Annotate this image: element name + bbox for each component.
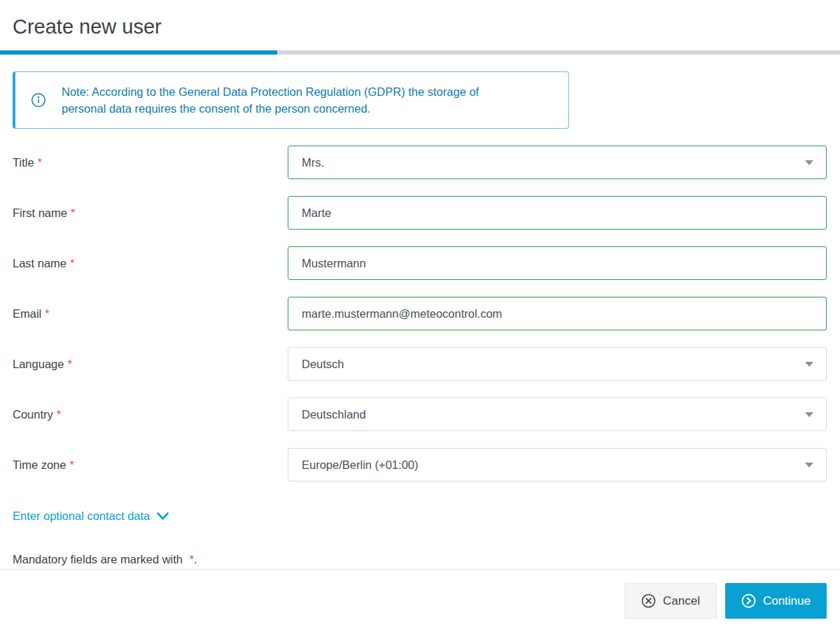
country-label-text: Country bbox=[13, 408, 53, 421]
mandatory-note-period: . bbox=[194, 553, 197, 566]
last-name-label-text: Last name bbox=[13, 257, 66, 269]
email-label: Email* bbox=[13, 307, 288, 321]
chevron-down-icon bbox=[156, 512, 169, 521]
required-asterisk: * bbox=[57, 408, 61, 421]
mandatory-fields-note: Mandatory fields are marked with *. bbox=[13, 553, 827, 566]
cancel-button-label: Cancel bbox=[663, 594, 700, 608]
required-asterisk: * bbox=[45, 307, 49, 320]
page-title: Create new user bbox=[13, 15, 827, 38]
country-select[interactable]: Deutschland bbox=[288, 398, 827, 431]
gdpr-note-box: Note: According to the General Data Prot… bbox=[13, 71, 569, 129]
required-asterisk: * bbox=[69, 458, 74, 471]
title-select[interactable]: Mrs. bbox=[288, 146, 827, 179]
optional-contact-data-link-label: Enter optional contact data bbox=[13, 510, 150, 523]
first-name-input[interactable] bbox=[288, 196, 827, 230]
continue-button[interactable]: Continue bbox=[725, 583, 827, 619]
time-zone-select-value: Europe/Berlin (+01:00) bbox=[302, 458, 418, 472]
wizard-progress-bar bbox=[0, 50, 840, 55]
title-select-value: Mrs. bbox=[302, 156, 324, 169]
form-row-language: Language* Deutsch bbox=[0, 347, 840, 381]
last-name-label: Last name* bbox=[13, 257, 288, 270]
form-row-last-name: Last name* bbox=[0, 246, 840, 280]
title-label-text: Title bbox=[13, 156, 34, 169]
email-input[interactable] bbox=[288, 297, 827, 330]
time-zone-select[interactable]: Europe/Berlin (+01:00) bbox=[288, 448, 827, 482]
language-select-value: Deutsch bbox=[302, 358, 344, 371]
language-select[interactable]: Deutsch bbox=[288, 347, 827, 381]
gdpr-note-text: Note: According to the General Data Prot… bbox=[62, 83, 524, 117]
info-icon bbox=[15, 92, 62, 108]
first-name-label-text: First name bbox=[13, 206, 67, 219]
footer-action-bar: Cancel Continue bbox=[0, 570, 840, 619]
form-row-first-name: First name* bbox=[0, 196, 840, 230]
time-zone-label: Time zone* bbox=[13, 458, 288, 472]
required-asterisk: * bbox=[70, 257, 74, 269]
language-label: Language* bbox=[13, 358, 288, 371]
mandatory-note-text: Mandatory fields are marked with bbox=[13, 553, 183, 566]
time-zone-label-text: Time zone bbox=[13, 458, 66, 471]
language-label-text: Language bbox=[13, 358, 64, 370]
continue-button-label: Continue bbox=[763, 594, 811, 608]
form-row-email: Email* bbox=[0, 297, 840, 330]
form-row-time-zone: Time zone* Europe/Berlin (+01:00) bbox=[0, 448, 840, 482]
cancel-circle-x-icon bbox=[641, 594, 656, 608]
create-user-form: Title* Mrs. First name* Last name* Email… bbox=[0, 146, 840, 566]
progress-fill bbox=[0, 50, 277, 55]
continue-circle-arrow-icon bbox=[741, 594, 756, 608]
optional-contact-data-link[interactable]: Enter optional contact data bbox=[13, 510, 169, 523]
first-name-label: First name* bbox=[13, 206, 288, 220]
required-asterisk: * bbox=[67, 358, 71, 370]
form-row-title: Title* Mrs. bbox=[0, 146, 840, 179]
form-row-country: Country* Deutschland bbox=[0, 398, 840, 431]
required-asterisk: * bbox=[38, 156, 42, 169]
cancel-button[interactable]: Cancel bbox=[624, 583, 717, 619]
email-label-text: Email bbox=[13, 307, 41, 320]
title-label: Title* bbox=[13, 156, 288, 169]
last-name-input[interactable] bbox=[288, 246, 827, 280]
country-select-value: Deutschland bbox=[302, 408, 366, 421]
required-asterisk: * bbox=[71, 206, 75, 219]
country-label: Country* bbox=[13, 408, 288, 421]
